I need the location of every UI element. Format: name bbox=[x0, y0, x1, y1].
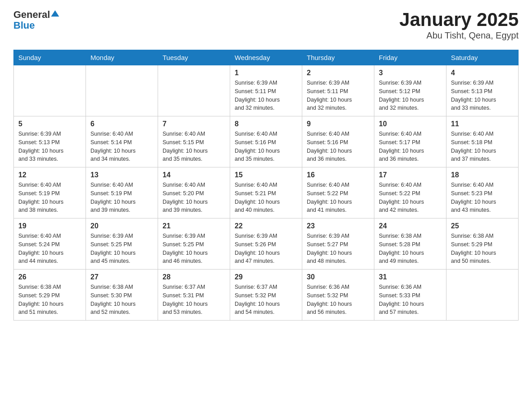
day-number: 12 bbox=[18, 171, 81, 179]
day-number: 15 bbox=[235, 171, 297, 179]
calendar-day-cell: 3Sunrise: 6:39 AMSunset: 5:12 PMDaylight… bbox=[374, 65, 446, 116]
day-info: Sunrise: 6:37 AMSunset: 5:31 PMDaylight:… bbox=[163, 283, 225, 317]
day-info: Sunrise: 6:40 AMSunset: 5:16 PMDaylight:… bbox=[235, 130, 297, 163]
calendar-day-cell: 13Sunrise: 6:40 AMSunset: 5:19 PMDayligh… bbox=[86, 167, 158, 218]
day-info: Sunrise: 6:37 AMSunset: 5:32 PMDaylight:… bbox=[235, 283, 297, 317]
day-number: 29 bbox=[235, 273, 297, 281]
location: Abu Tisht, Qena, Egypt bbox=[399, 30, 519, 41]
calendar-day-cell bbox=[86, 65, 158, 116]
calendar-day-cell: 7Sunrise: 6:40 AMSunset: 5:15 PMDaylight… bbox=[158, 116, 230, 167]
day-info: Sunrise: 6:36 AMSunset: 5:33 PMDaylight:… bbox=[379, 283, 442, 317]
day-info: Sunrise: 6:40 AMSunset: 5:23 PMDaylight:… bbox=[451, 181, 514, 214]
logo-triangle-icon bbox=[51, 9, 59, 17]
day-info: Sunrise: 6:39 AMSunset: 5:11 PMDaylight:… bbox=[235, 79, 297, 112]
svg-marker-0 bbox=[51, 10, 59, 17]
weekday-header-thursday: Thursday bbox=[302, 50, 374, 65]
day-number: 27 bbox=[90, 273, 153, 281]
day-info: Sunrise: 6:38 AMSunset: 5:30 PMDaylight:… bbox=[90, 283, 153, 317]
day-number: 10 bbox=[379, 120, 442, 128]
calendar-week-row: 1Sunrise: 6:39 AMSunset: 5:11 PMDaylight… bbox=[14, 65, 519, 116]
day-info: Sunrise: 6:40 AMSunset: 5:19 PMDaylight:… bbox=[90, 181, 153, 214]
logo-general-text: General bbox=[13, 9, 50, 21]
weekday-header-tuesday: Tuesday bbox=[158, 50, 230, 65]
day-number: 17 bbox=[379, 171, 442, 179]
day-info: Sunrise: 6:39 AMSunset: 5:25 PMDaylight:… bbox=[90, 232, 153, 265]
weekday-header-wednesday: Wednesday bbox=[230, 50, 302, 65]
calendar-day-cell: 8Sunrise: 6:40 AMSunset: 5:16 PMDaylight… bbox=[230, 116, 302, 167]
calendar-week-row: 5Sunrise: 6:39 AMSunset: 5:13 PMDaylight… bbox=[14, 116, 519, 167]
day-info: Sunrise: 6:40 AMSunset: 5:18 PMDaylight:… bbox=[451, 130, 514, 163]
day-number: 9 bbox=[307, 120, 369, 128]
calendar-day-cell: 19Sunrise: 6:40 AMSunset: 5:24 PMDayligh… bbox=[14, 218, 86, 270]
day-number: 20 bbox=[90, 222, 153, 230]
calendar-header-row: SundayMondayTuesdayWednesdayThursdayFrid… bbox=[14, 50, 519, 65]
calendar-week-row: 12Sunrise: 6:40 AMSunset: 5:19 PMDayligh… bbox=[14, 167, 519, 218]
day-number: 26 bbox=[18, 273, 81, 281]
day-number: 4 bbox=[451, 69, 514, 77]
calendar-day-cell: 14Sunrise: 6:40 AMSunset: 5:20 PMDayligh… bbox=[158, 167, 230, 218]
calendar-day-cell: 4Sunrise: 6:39 AMSunset: 5:13 PMDaylight… bbox=[446, 65, 519, 116]
day-info: Sunrise: 6:40 AMSunset: 5:19 PMDaylight:… bbox=[18, 181, 81, 214]
calendar-day-cell: 22Sunrise: 6:39 AMSunset: 5:26 PMDayligh… bbox=[230, 218, 302, 270]
day-info: Sunrise: 6:39 AMSunset: 5:27 PMDaylight:… bbox=[307, 232, 369, 265]
title-section: January 2025 Abu Tisht, Qena, Egypt bbox=[399, 9, 519, 41]
day-info: Sunrise: 6:40 AMSunset: 5:21 PMDaylight:… bbox=[235, 181, 297, 214]
day-info: Sunrise: 6:40 AMSunset: 5:24 PMDaylight:… bbox=[18, 232, 81, 265]
logo-blue-text: Blue bbox=[13, 20, 35, 31]
day-info: Sunrise: 6:38 AMSunset: 5:28 PMDaylight:… bbox=[379, 232, 442, 265]
day-number: 23 bbox=[307, 222, 369, 230]
day-number: 25 bbox=[451, 222, 514, 230]
day-info: Sunrise: 6:39 AMSunset: 5:11 PMDaylight:… bbox=[307, 79, 369, 112]
calendar-week-row: 26Sunrise: 6:38 AMSunset: 5:29 PMDayligh… bbox=[14, 270, 519, 321]
day-number: 18 bbox=[451, 171, 514, 179]
calendar-day-cell: 15Sunrise: 6:40 AMSunset: 5:21 PMDayligh… bbox=[230, 167, 302, 218]
day-info: Sunrise: 6:40 AMSunset: 5:17 PMDaylight:… bbox=[379, 130, 442, 163]
weekday-header-friday: Friday bbox=[374, 50, 446, 65]
weekday-header-monday: Monday bbox=[86, 50, 158, 65]
logo: General Blue bbox=[13, 9, 59, 31]
day-info: Sunrise: 6:38 AMSunset: 5:29 PMDaylight:… bbox=[18, 283, 81, 317]
day-number: 14 bbox=[163, 171, 225, 179]
calendar-day-cell: 20Sunrise: 6:39 AMSunset: 5:25 PMDayligh… bbox=[86, 218, 158, 270]
calendar-table: SundayMondayTuesdayWednesdayThursdayFrid… bbox=[13, 50, 519, 321]
day-info: Sunrise: 6:38 AMSunset: 5:29 PMDaylight:… bbox=[451, 232, 514, 265]
calendar-day-cell: 30Sunrise: 6:36 AMSunset: 5:32 PMDayligh… bbox=[302, 270, 374, 321]
day-number: 21 bbox=[163, 222, 225, 230]
calendar-day-cell: 29Sunrise: 6:37 AMSunset: 5:32 PMDayligh… bbox=[230, 270, 302, 321]
weekday-header-saturday: Saturday bbox=[446, 50, 519, 65]
day-info: Sunrise: 6:39 AMSunset: 5:12 PMDaylight:… bbox=[379, 79, 442, 112]
day-number: 7 bbox=[163, 120, 225, 128]
calendar-day-cell: 27Sunrise: 6:38 AMSunset: 5:30 PMDayligh… bbox=[86, 270, 158, 321]
day-number: 30 bbox=[307, 273, 369, 281]
calendar-day-cell: 24Sunrise: 6:38 AMSunset: 5:28 PMDayligh… bbox=[374, 218, 446, 270]
day-info: Sunrise: 6:40 AMSunset: 5:22 PMDaylight:… bbox=[379, 181, 442, 214]
day-info: Sunrise: 6:40 AMSunset: 5:22 PMDaylight:… bbox=[307, 181, 369, 214]
calendar-day-cell: 5Sunrise: 6:39 AMSunset: 5:13 PMDaylight… bbox=[14, 116, 86, 167]
day-number: 13 bbox=[90, 171, 153, 179]
day-info: Sunrise: 6:39 AMSunset: 5:26 PMDaylight:… bbox=[235, 232, 297, 265]
day-number: 28 bbox=[163, 273, 225, 281]
calendar-week-row: 19Sunrise: 6:40 AMSunset: 5:24 PMDayligh… bbox=[14, 218, 519, 270]
day-info: Sunrise: 6:40 AMSunset: 5:16 PMDaylight:… bbox=[307, 130, 369, 163]
day-number: 16 bbox=[307, 171, 369, 179]
calendar-day-cell: 11Sunrise: 6:40 AMSunset: 5:18 PMDayligh… bbox=[446, 116, 519, 167]
calendar-day-cell: 9Sunrise: 6:40 AMSunset: 5:16 PMDaylight… bbox=[302, 116, 374, 167]
calendar-day-cell: 31Sunrise: 6:36 AMSunset: 5:33 PMDayligh… bbox=[374, 270, 446, 321]
day-number: 6 bbox=[90, 120, 153, 128]
calendar-day-cell bbox=[446, 270, 519, 321]
calendar-day-cell: 2Sunrise: 6:39 AMSunset: 5:11 PMDaylight… bbox=[302, 65, 374, 116]
calendar-day-cell: 18Sunrise: 6:40 AMSunset: 5:23 PMDayligh… bbox=[446, 167, 519, 218]
month-title: January 2025 bbox=[399, 9, 519, 30]
day-number: 31 bbox=[379, 273, 442, 281]
day-number: 19 bbox=[18, 222, 81, 230]
day-info: Sunrise: 6:39 AMSunset: 5:13 PMDaylight:… bbox=[18, 130, 81, 163]
day-number: 8 bbox=[235, 120, 297, 128]
day-number: 24 bbox=[379, 222, 442, 230]
calendar-day-cell: 26Sunrise: 6:38 AMSunset: 5:29 PMDayligh… bbox=[14, 270, 86, 321]
calendar-day-cell bbox=[158, 65, 230, 116]
calendar-day-cell: 10Sunrise: 6:40 AMSunset: 5:17 PMDayligh… bbox=[374, 116, 446, 167]
day-number: 5 bbox=[18, 120, 81, 128]
day-info: Sunrise: 6:40 AMSunset: 5:20 PMDaylight:… bbox=[163, 181, 225, 214]
calendar-day-cell: 6Sunrise: 6:40 AMSunset: 5:14 PMDaylight… bbox=[86, 116, 158, 167]
calendar-day-cell: 28Sunrise: 6:37 AMSunset: 5:31 PMDayligh… bbox=[158, 270, 230, 321]
